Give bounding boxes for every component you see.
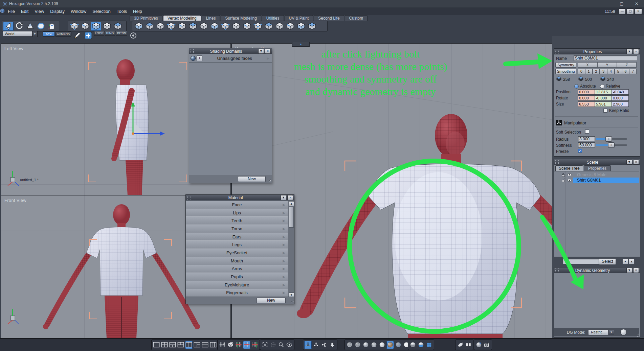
material-item-face[interactable]: Face▶ [186, 201, 288, 209]
betw-button[interactable]: BETW [116, 31, 127, 36]
layout-single-view[interactable] [153, 341, 160, 349]
scene-tree[interactable]: Genesis 8 MaleShirt G8M01 [554, 171, 639, 256]
chamfer-tool[interactable] [274, 22, 285, 31]
dynamic-geometry-header[interactable]: Dynamic Geometry ▼ × [554, 267, 640, 273]
material-item-arms[interactable]: Arms▶ [186, 265, 288, 273]
smoothing-0-button[interactable]: 0 [578, 69, 585, 74]
selection-options-icon[interactable] [128, 31, 138, 40]
material-item-legs[interactable]: Legs▶ [186, 241, 288, 249]
layout-two-vertical-view[interactable] [185, 341, 193, 349]
size-x-field[interactable] [578, 101, 595, 107]
layout-one-two-view[interactable] [193, 341, 201, 349]
edges-selection-mode[interactable] [80, 22, 90, 31]
material-scrollbar[interactable]: ▲ ▼ [288, 201, 294, 297]
soft-selection-checkbox[interactable] [585, 130, 589, 134]
menu-selection[interactable]: Selection [89, 9, 113, 14]
layout-three-vertical-view[interactable] [209, 341, 217, 349]
unassigned-faces-item[interactable]: Unassigned faces [202, 56, 267, 61]
translate-manipulator[interactable] [312, 341, 320, 349]
panel-grip-icon[interactable] [555, 160, 559, 164]
scene-panel-header[interactable]: Scene ▼ × [554, 159, 640, 165]
extrude-edge-tool[interactable] [155, 22, 165, 31]
radius-slider[interactable]: ||| [596, 138, 627, 140]
panel-close-icon[interactable]: × [633, 160, 639, 165]
select-prev-icon[interactable]: ▼ [622, 259, 628, 264]
new-material-button[interactable]: New [257, 298, 286, 303]
stretch-tool[interactable] [133, 22, 144, 31]
expand-arrow-icon[interactable]: ▶ [283, 275, 285, 279]
size-y-field[interactable] [595, 101, 612, 107]
menu-display[interactable]: Display [47, 9, 68, 14]
snap-manipulator[interactable] [329, 341, 336, 349]
position-z-field[interactable] [612, 89, 629, 95]
smoothing-2-button[interactable]: 2 [593, 69, 600, 74]
scroll-thumb[interactable] [289, 207, 294, 228]
radius-field[interactable] [578, 136, 595, 141]
select-arrow-tool[interactable] [3, 22, 14, 31]
panel-menu-icon[interactable]: ▼ [626, 160, 632, 165]
smoothing-6-button[interactable]: 6 [622, 69, 629, 74]
dg-mode-dropdown-arrow-icon[interactable]: ▼ [608, 329, 614, 335]
scene-tab-scene-tree[interactable]: Scene Tree [555, 165, 583, 171]
tab-utilities[interactable]: Utilities [262, 15, 284, 21]
rotate-manipulator[interactable] [320, 341, 328, 349]
menu-tools[interactable]: Tools [114, 9, 130, 14]
absolute-radio[interactable] [574, 84, 579, 89]
scene-item-genesis-8-male[interactable]: Genesis 8 Male [554, 172, 639, 178]
surface-quality-icon[interactable] [457, 341, 464, 349]
select-next-icon[interactable]: ▲ [629, 259, 635, 264]
tab-custom[interactable]: Custom [345, 15, 368, 21]
shading-domains-header[interactable]: Shading Domains ▼ × [189, 48, 272, 54]
smooth-tool[interactable] [198, 22, 209, 31]
menu-file[interactable]: File [5, 9, 18, 14]
faces-selection-mode[interactable] [91, 22, 101, 31]
dual-panel-icon[interactable] [465, 341, 472, 349]
expand-arrow-icon[interactable]: ▶ [283, 243, 285, 247]
expand-arrow-icon[interactable]: ▶ [283, 235, 285, 239]
half-shading-mode[interactable] [409, 341, 417, 349]
material-item-pupils[interactable]: Pupils▶ [186, 273, 288, 281]
textured-wire-shading-mode[interactable] [386, 341, 394, 349]
material-item-eyesocket[interactable]: EyeSocket▶ [186, 249, 288, 257]
properties-panel-header[interactable]: Properties ▼ × [554, 49, 640, 54]
symmet-y-button[interactable]: Y [597, 62, 617, 68]
expand-arrow-icon[interactable]: ▶ [283, 211, 285, 215]
weld-tool[interactable] [242, 22, 252, 31]
panel-close-icon[interactable]: × [633, 49, 639, 54]
select-button[interactable]: Select [599, 258, 616, 265]
target-weld-tool[interactable] [263, 22, 274, 31]
panel-close-icon[interactable]: × [287, 195, 293, 200]
panel-close-icon[interactable]: × [633, 268, 639, 273]
material-item-eyemoisture[interactable]: EyeMoisture▶ [186, 281, 288, 289]
smoothing-5-button[interactable]: 5 [615, 69, 622, 74]
render-light-icon[interactable] [475, 341, 483, 349]
flat-shading-mode[interactable] [378, 341, 386, 349]
material-item-ears[interactable]: Ears▶ [186, 233, 288, 241]
extract-along-tool[interactable] [177, 22, 187, 31]
smoothing-1-button[interactable]: 1 [585, 69, 593, 74]
layout-split-top-view[interactable] [177, 341, 184, 349]
material-item-teeth[interactable]: Teeth▶ [186, 217, 288, 225]
material-item-torso[interactable]: Torso▶ [186, 225, 288, 233]
expand-arrow-icon[interactable]: ▶ [283, 227, 285, 231]
manipulator-row[interactable]: Manipulator [556, 120, 586, 126]
examine-view-tool[interactable] [286, 341, 293, 349]
tab-vertex-modeling[interactable]: Vertex Modeling [163, 15, 201, 21]
keep-ratio-checkbox[interactable] [603, 109, 607, 113]
menu-edit[interactable]: Edit [18, 9, 31, 14]
symmetry-y-tool[interactable] [243, 341, 250, 349]
world-coordinate-select[interactable]: World [3, 31, 34, 37]
layout-two-horizontal-view[interactable] [201, 341, 209, 349]
maximize-button[interactable]: ▢ [627, 8, 634, 14]
symmetry-tool[interactable] [307, 22, 317, 31]
close-button[interactable]: ✕ [629, 0, 644, 7]
loop-button[interactable]: LOOP [94, 31, 104, 36]
position-x-field[interactable] [578, 89, 595, 95]
zoom-view-tool[interactable] [277, 341, 285, 349]
panel-grip-icon[interactable] [187, 196, 191, 200]
sweep-surface-tool[interactable] [187, 22, 198, 31]
material-item-lips[interactable]: Lips▶ [186, 209, 288, 217]
bridge-tool[interactable] [296, 22, 306, 31]
smooth-shading-mode[interactable] [362, 341, 370, 349]
resize-grip-icon[interactable] [293, 303, 293, 303]
